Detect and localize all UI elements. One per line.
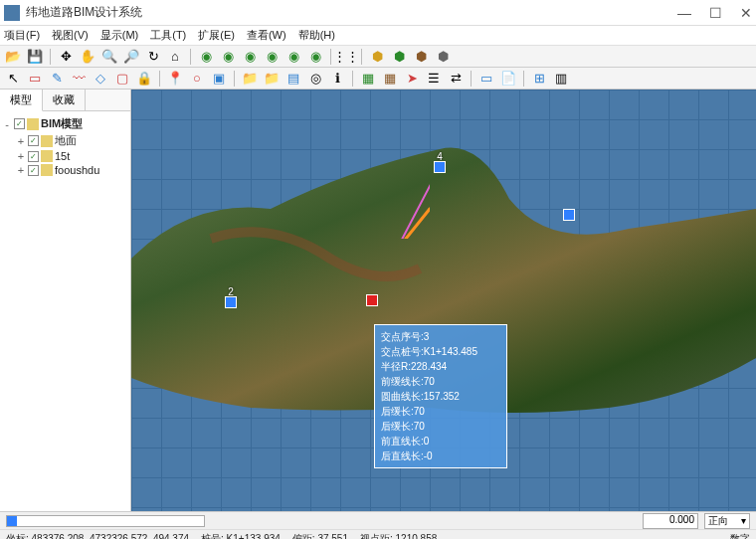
home-icon[interactable]: ⌂ <box>166 48 184 66</box>
collapse-icon[interactable]: - <box>2 118 12 130</box>
grid1-icon[interactable]: ▦ <box>359 70 377 88</box>
box2-icon[interactable]: ⬢ <box>390 48 408 66</box>
app-icon <box>4 5 20 21</box>
tab-model[interactable]: 模型 <box>0 90 43 111</box>
swap-icon[interactable]: ⇄ <box>447 70 465 88</box>
window-icon[interactable]: ▭ <box>477 70 495 88</box>
menu-tools[interactable]: 工具(T) <box>150 28 186 43</box>
move-icon[interactable]: ✥ <box>57 48 75 66</box>
marker-3[interactable] <box>366 294 378 306</box>
bottom-bar: 0.000 正向 ▾ <box>0 511 756 529</box>
circle-icon[interactable]: ○ <box>188 70 206 88</box>
title-bar: 纬地道路BIM设计系统 — ☐ ✕ <box>0 0 756 26</box>
app-title: 纬地道路BIM设计系统 <box>26 4 677 21</box>
expand-icon[interactable]: + <box>16 150 26 162</box>
marker-4[interactable] <box>434 161 446 173</box>
viewport-3d[interactable]: 2 4 交点序号:3 交点桩号:K1+143.485 半径R:228.434 前… <box>131 90 756 511</box>
checkbox[interactable] <box>28 165 39 176</box>
menu-extend[interactable]: 扩展(E) <box>198 28 235 43</box>
checkbox[interactable] <box>14 118 25 129</box>
measure-icon[interactable]: ✎ <box>48 70 66 88</box>
surface6-icon[interactable]: ◉ <box>306 48 324 66</box>
grid2-icon[interactable]: ▦ <box>381 70 399 88</box>
rect-icon[interactable]: ▢ <box>113 70 131 88</box>
direction-select[interactable]: 正向 ▾ <box>704 513 750 529</box>
menu-help[interactable]: 帮助(H) <box>298 28 335 43</box>
progress-bar[interactable] <box>6 515 205 527</box>
info-line: 交点序号:3 <box>381 329 500 344</box>
open-icon[interactable]: 📂 <box>4 48 22 66</box>
checkbox[interactable] <box>28 135 39 146</box>
box1-icon[interactable]: ⬢ <box>368 48 386 66</box>
folder-icon <box>27 118 39 130</box>
marker-5[interactable] <box>563 209 575 221</box>
surface-icon[interactable]: ◉ <box>197 48 215 66</box>
checkbox[interactable] <box>28 151 39 162</box>
target-icon[interactable]: ◎ <box>306 70 324 88</box>
folder1-icon[interactable]: 📁 <box>241 70 259 88</box>
cursor-icon[interactable]: ↖ <box>4 70 22 88</box>
info-line: 半径R:228.434 <box>381 359 500 374</box>
close-icon[interactable]: ✕ <box>740 5 752 21</box>
surface3-icon[interactable]: ◉ <box>241 48 259 66</box>
expand-icon[interactable]: + <box>16 164 26 176</box>
expand-icon[interactable]: + <box>16 135 26 147</box>
pan-icon[interactable]: ✋ <box>79 48 96 66</box>
rotate-icon[interactable]: ↻ <box>144 48 162 66</box>
tree-item-fooushdu[interactable]: + fooushdu <box>16 163 128 177</box>
layer-icon <box>41 150 53 162</box>
path-icon[interactable]: 〰 <box>70 70 88 88</box>
tree-icon[interactable]: ⊞ <box>530 70 548 88</box>
tree-item-15t[interactable]: + 15t <box>16 149 128 163</box>
lock-icon[interactable]: 🔒 <box>135 70 153 88</box>
menu-lookup[interactable]: 查看(W) <box>247 28 286 43</box>
tab-favorite[interactable]: 收藏 <box>43 90 86 110</box>
model-tree: - BIM模型 + 地面 + 15t + fooushdu <box>0 111 130 181</box>
minimize-icon[interactable]: — <box>677 5 691 21</box>
box4-icon[interactable]: ⬢ <box>434 48 452 66</box>
layer-icon <box>41 164 53 176</box>
status-digits: 数字 <box>730 532 750 540</box>
info-line: 后直线长:-0 <box>381 449 500 463</box>
doc-icon[interactable]: 📄 <box>499 70 517 88</box>
info-icon[interactable]: ℹ <box>328 70 346 88</box>
sidebar-tabs: 模型 收藏 <box>0 90 130 111</box>
points-icon[interactable]: ⋮⋮ <box>337 48 355 66</box>
box3-icon[interactable]: ⬢ <box>412 48 430 66</box>
tree-item-terrain[interactable]: + 地面 <box>16 132 128 149</box>
status-viewdist: 视点距: 1210.858 <box>360 532 437 540</box>
select-icon[interactable]: ▭ <box>26 70 44 88</box>
status-stake: 桩号: K1+133.934 <box>201 532 281 540</box>
status-offset: 偏距: 37.551 <box>292 532 348 540</box>
tool-a-icon[interactable]: ▣ <box>210 70 228 88</box>
info-line: 前直线长:0 <box>381 434 500 449</box>
menu-project[interactable]: 项目(F) <box>4 28 40 43</box>
zoom-in-icon[interactable]: 🔍 <box>100 48 118 66</box>
prop-icon[interactable]: ▥ <box>552 70 570 88</box>
maximize-icon[interactable]: ☐ <box>709 5 722 21</box>
info-line: 后缓长:70 <box>381 404 500 419</box>
menu-view[interactable]: 视图(V) <box>52 28 89 43</box>
status-coord: 坐标: 483376.208, 4732326.572, 494.374 <box>6 532 189 540</box>
arrow-icon[interactable]: ➤ <box>403 70 421 88</box>
surface4-icon[interactable]: ◉ <box>263 48 281 66</box>
tree-root[interactable]: - BIM模型 <box>2 115 128 132</box>
tree-root-label: BIM模型 <box>41 116 83 131</box>
surface5-icon[interactable]: ◉ <box>284 48 302 66</box>
status-bar: 坐标: 483376.208, 4732326.572, 494.374 桩号:… <box>0 529 756 539</box>
menu-display[interactable]: 显示(M) <box>100 28 139 43</box>
main-area: 模型 收藏 - BIM模型 + 地面 + 15t <box>0 90 756 511</box>
zoom-out-icon[interactable]: 🔎 <box>122 48 140 66</box>
marker-2-label: 2 <box>228 286 234 297</box>
value-input[interactable]: 0.000 <box>643 513 698 529</box>
folder2-icon[interactable]: 📁 <box>263 70 281 88</box>
marker-2[interactable] <box>225 296 237 308</box>
save-icon[interactable]: 💾 <box>26 48 44 66</box>
list-icon[interactable]: ☰ <box>425 70 443 88</box>
info-line: 后缓长:70 <box>381 419 500 434</box>
area-icon[interactable]: ◇ <box>92 70 109 88</box>
chevron-down-icon: ▾ <box>741 515 746 526</box>
layers-icon[interactable]: ▤ <box>284 70 302 88</box>
pin-icon[interactable]: 📍 <box>166 70 184 88</box>
surface2-icon[interactable]: ◉ <box>219 48 237 66</box>
